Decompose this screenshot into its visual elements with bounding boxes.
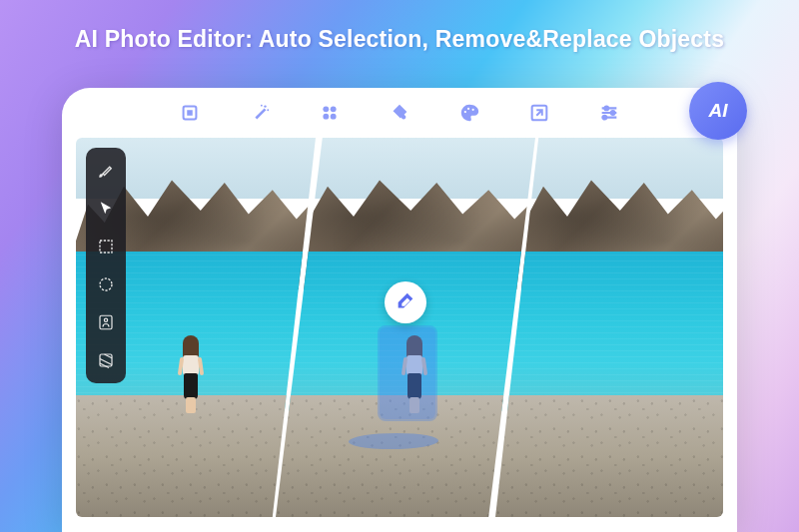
headline-text: AI Photo Editor: Auto Selection, Remove&… xyxy=(75,26,724,53)
svg-point-10 xyxy=(467,108,469,110)
ai-badge-label: AI xyxy=(709,100,728,122)
selection-mask xyxy=(380,327,435,419)
svg-point-19 xyxy=(104,318,107,321)
magic-wand-icon[interactable] xyxy=(249,102,271,124)
side-toolbar xyxy=(86,148,126,383)
svg-point-15 xyxy=(603,116,607,120)
paint-bucket-icon[interactable] xyxy=(389,102,410,124)
erase-icon xyxy=(395,291,416,313)
svg-point-9 xyxy=(464,111,466,113)
svg-rect-1 xyxy=(187,110,193,116)
erase-button[interactable] xyxy=(385,281,426,323)
svg-point-11 xyxy=(472,109,474,111)
editor-window xyxy=(62,88,737,532)
brush-icon[interactable] xyxy=(97,162,115,180)
ellipse-select-icon[interactable] xyxy=(97,275,115,293)
clone-icon[interactable] xyxy=(319,102,341,124)
pointer-icon[interactable] xyxy=(97,200,115,218)
svg-point-13 xyxy=(604,107,608,111)
resize-icon[interactable] xyxy=(528,102,550,124)
svg-point-4 xyxy=(261,105,263,107)
top-toolbar xyxy=(62,88,737,138)
svg-point-17 xyxy=(100,278,112,290)
svg-point-5 xyxy=(323,106,329,112)
editor-canvas[interactable] xyxy=(76,138,723,517)
svg-point-6 xyxy=(331,106,337,112)
panel-selected xyxy=(276,138,535,517)
ai-badge[interactable]: AI xyxy=(689,82,747,140)
svg-point-3 xyxy=(267,109,269,111)
svg-point-2 xyxy=(264,105,266,107)
svg-rect-16 xyxy=(100,241,112,253)
subject-person xyxy=(177,335,205,413)
crop-icon[interactable] xyxy=(179,102,201,124)
rect-select-icon[interactable] xyxy=(97,238,115,256)
sliders-icon[interactable] xyxy=(598,102,620,124)
svg-point-7 xyxy=(323,114,329,120)
person-select-icon[interactable] xyxy=(97,313,115,331)
svg-point-8 xyxy=(331,114,337,120)
texture-icon[interactable] xyxy=(97,351,115,369)
panel-result xyxy=(495,138,723,517)
palette-icon[interactable] xyxy=(458,102,480,124)
svg-point-14 xyxy=(611,111,615,115)
